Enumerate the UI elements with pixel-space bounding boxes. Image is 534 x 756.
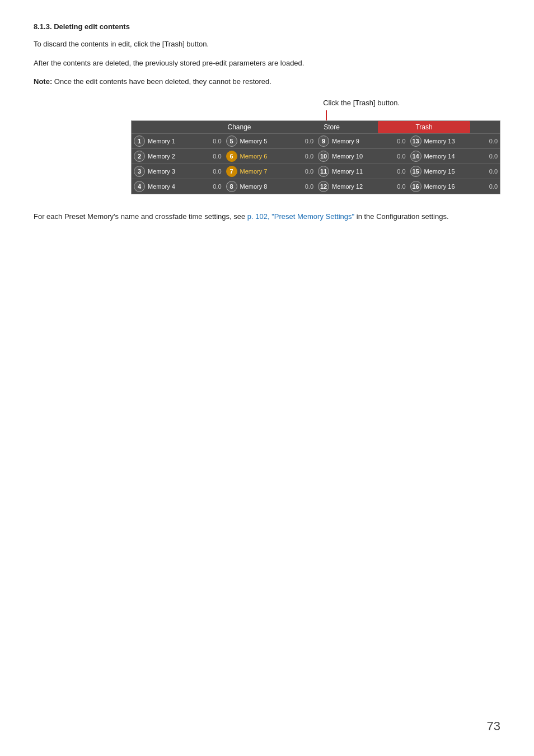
num-badge: 14	[410, 151, 421, 162]
body-paragraph-2: After the contents are deleted, the prev…	[34, 58, 500, 69]
num-badge: 12	[318, 181, 329, 192]
num-badge: 4	[134, 181, 145, 192]
memory-col-col1[interactable]: 4Memory 40.0	[132, 179, 224, 194]
table-row-1[interactable]: 1Memory 10.05Memory 50.09Memory 90.013Me…	[132, 134, 500, 149]
click-label: Click the [Trash] button.	[323, 99, 400, 107]
mem-val: 0.0	[485, 153, 498, 160]
header-store: Store	[285, 121, 378, 133]
mem-val: 0.0	[394, 153, 406, 160]
mem-val: 0.0	[209, 168, 222, 175]
memory-col-col4[interactable]: 16Memory 160.0	[408, 179, 500, 194]
mem-val: 0.0	[394, 168, 406, 175]
memory-col-col3[interactable]: 9Memory 90.0	[316, 134, 408, 148]
footer-before-link: For each Preset Memory's name and crossf…	[34, 212, 247, 221]
note-label: Note:	[34, 77, 52, 86]
memory-col-col4[interactable]: 15Memory 150.0	[408, 164, 500, 179]
mem-val: 0.0	[209, 153, 222, 160]
arrow-indicator	[326, 110, 327, 120]
mem-name: Memory 13	[424, 138, 484, 144]
memory-col-col1[interactable]: 1Memory 10.0	[132, 134, 224, 148]
memory-col-col2[interactable]: 6Memory 60.0	[224, 149, 316, 164]
mem-val: 0.0	[485, 183, 498, 190]
mem-val: 0.0	[301, 153, 313, 160]
mem-val: 0.0	[394, 183, 406, 190]
memory-col-col4[interactable]: 14Memory 140.0	[408, 149, 500, 164]
mem-val: 0.0	[301, 168, 313, 175]
note-text: Note: Once the edit contents have been d…	[34, 76, 500, 87]
header-change: Change	[193, 121, 285, 133]
mem-name: Memory 2	[148, 153, 207, 160]
num-badge: 8	[226, 181, 237, 192]
mem-name: Memory 4	[148, 183, 207, 190]
num-badge: 9	[318, 136, 329, 147]
footer-link[interactable]: p. 102, "Preset Memory Settings"	[247, 212, 354, 221]
section-title: 8.1.3. Deleting edit contents	[34, 22, 500, 31]
mem-name: Memory 9	[332, 138, 391, 144]
memory-col-col1[interactable]: 2Memory 20.0	[132, 149, 224, 164]
page-number: 73	[487, 719, 500, 734]
table-row-2[interactable]: 2Memory 20.06Memory 60.010Memory 100.014…	[132, 149, 500, 164]
memory-table-wrapper: Change Store Trash 1Memory 10.05Memory 5…	[131, 120, 500, 194]
memory-col-col2[interactable]: 7Memory 70.0	[224, 164, 316, 179]
memory-col-col1[interactable]: 3Memory 30.0	[132, 164, 224, 179]
num-badge: 11	[318, 166, 329, 177]
mem-val: 0.0	[301, 138, 313, 144]
table-row-3[interactable]: 3Memory 30.07Memory 70.011Memory 110.015…	[132, 164, 500, 179]
num-badge: 16	[410, 181, 421, 192]
num-badge: 3	[134, 166, 145, 177]
mem-name: Memory 3	[148, 168, 207, 175]
table-header-row: Change Store Trash	[132, 121, 500, 134]
num-badge: 1	[134, 136, 145, 147]
mem-name: Memory 7	[240, 168, 299, 175]
memory-col-col3[interactable]: 10Memory 100.0	[316, 149, 408, 164]
mem-name: Memory 6	[240, 153, 299, 160]
table-row-4[interactable]: 4Memory 40.08Memory 80.012Memory 120.016…	[132, 179, 500, 194]
mem-name: Memory 10	[332, 153, 391, 160]
mem-name: Memory 8	[240, 183, 299, 190]
header-trash: Trash	[378, 121, 470, 133]
mem-name: Memory 14	[424, 153, 484, 160]
mem-name: Memory 16	[424, 183, 484, 190]
memory-col-col3[interactable]: 11Memory 110.0	[316, 164, 408, 179]
mem-val: 0.0	[485, 168, 498, 175]
mem-name: Memory 5	[240, 138, 299, 144]
note-body: Once the edit contents have been deleted…	[52, 77, 271, 86]
num-badge: 2	[134, 151, 145, 162]
mem-val: 0.0	[301, 183, 313, 190]
mem-val: 0.0	[209, 138, 222, 144]
memory-col-col2[interactable]: 5Memory 50.0	[224, 134, 316, 148]
mem-val: 0.0	[394, 138, 406, 144]
diagram-area: Click the [Trash] button. Change Store T…	[34, 99, 500, 194]
memory-rows: 1Memory 10.05Memory 50.09Memory 90.013Me…	[132, 134, 500, 194]
mem-val: 0.0	[209, 183, 222, 190]
num-badge: 6	[226, 151, 237, 162]
num-badge: 5	[226, 136, 237, 147]
body-paragraph-1: To discard the contents in edit, click t…	[34, 39, 500, 50]
mem-name: Memory 11	[332, 168, 391, 175]
mem-name: Memory 15	[424, 168, 484, 175]
mem-name: Memory 1	[148, 138, 207, 144]
mem-val: 0.0	[485, 138, 498, 144]
footer-after-link: in the Configuration settings.	[354, 212, 448, 221]
footer-text: For each Preset Memory's name and crossf…	[34, 211, 500, 223]
memory-col-col4[interactable]: 13Memory 130.0	[408, 134, 500, 148]
memory-col-col3[interactable]: 12Memory 120.0	[316, 179, 408, 194]
num-badge: 15	[410, 166, 421, 177]
memory-col-col2[interactable]: 8Memory 80.0	[224, 179, 316, 194]
num-badge: 13	[410, 136, 421, 147]
num-badge: 10	[318, 151, 329, 162]
num-badge: 7	[226, 166, 237, 177]
mem-name: Memory 12	[332, 183, 391, 190]
